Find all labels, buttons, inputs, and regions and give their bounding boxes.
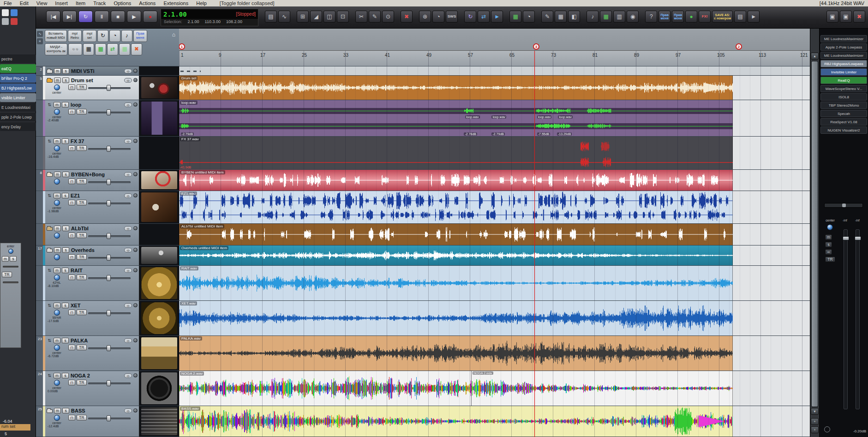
envelope-button[interactable]: ⊓: [68, 380, 75, 385]
mute-button[interactable]: m: [54, 373, 60, 378]
phase-button[interactable]: [824, 426, 830, 432]
lane-xet[interactable]: XET.wav: [179, 301, 810, 335]
tr-button[interactable]: TR: [77, 310, 87, 315]
master-icon[interactable]: ◉: [627, 11, 639, 23]
volume-slider-handle[interactable]: [107, 310, 111, 316]
lane-bass[interactable]: BASS.wav: [179, 406, 810, 437]
metronome-icon[interactable]: ◔: [523, 11, 535, 23]
pan-knob[interactable]: [54, 179, 60, 185]
volume-slider-handle[interactable]: [107, 146, 111, 152]
tr-button[interactable]: TR: [2, 272, 12, 277]
volume-slider[interactable]: [88, 415, 131, 421]
bg-fx-item-4-visible-limiter[interactable]: visible Limiter: [0, 93, 36, 102]
fx-item-1-apple-2-pole-lowpass[interactable]: Apple 2-Pole Lowpass: [820, 43, 867, 51]
solo-button[interactable]: s: [62, 408, 69, 413]
dock-window-icon[interactable]: ▣: [840, 11, 852, 23]
mute-button[interactable]: m: [2, 256, 9, 262]
lane-overheds[interactable]: Overheds untitled MIDI item: [179, 245, 810, 265]
rights-button-2[interactable]: Правменя: [672, 11, 684, 23]
menu-help[interactable]: Help: [196, 0, 207, 6]
midi-pencil-icon[interactable]: ✎: [541, 11, 553, 23]
fx-item-3-rbj-highpass-lowpass[interactable]: RBJ Highpass/Lowpass: [820, 60, 867, 67]
volume-slider[interactable]: [88, 179, 131, 185]
pan-knob[interactable]: [54, 84, 60, 90]
track-row-fx-37[interactable]: ⇅msFX 37-o-center-16.4dB⊓TRFX 37.wav-41.…: [36, 137, 810, 170]
track-row-noga-2[interactable]: 24⇅msNOGA 2-o-center0.00dB⊓TRNOGA 2.wavN…: [36, 371, 810, 406]
solo-button[interactable]: s: [62, 138, 69, 144]
track-row-midi-vsti[interactable]: 2msMIDI VSTi-o-: [36, 66, 810, 76]
automation-mode-button[interactable]: -o-: [124, 226, 132, 231]
menu-file[interactable]: File: [4, 0, 12, 6]
volume-slider[interactable]: [88, 345, 131, 351]
record-arm-button[interactable]: [133, 78, 138, 82]
fader-handle-right[interactable]: [855, 236, 861, 240]
fx-item-8-tbp-stereo2mono[interactable]: TBP Stereo2Mono: [820, 102, 867, 109]
fader-handle-left[interactable]: [843, 236, 849, 240]
master-tr-button[interactable]: TR: [825, 257, 835, 262]
lane-byben-bong[interactable]: BYBEN untitled MIDI item: [179, 170, 810, 191]
mute-button[interactable]: m: [54, 138, 60, 144]
fx-item-10-reaspect-v1-08[interactable]: ReaSpect V1.08: [820, 118, 867, 126]
template-retro-button[interactable]: mplRetro: [68, 30, 82, 42]
grid-c-icon[interactable]: ▦: [119, 43, 130, 55]
envelope-button[interactable]: ⊓: [68, 233, 75, 238]
pan-knob[interactable]: [54, 200, 60, 206]
pan-knob[interactable]: [8, 249, 13, 254]
fx-item-11-nugen-visualizer2[interactable]: NUGEN Visualizer2: [820, 126, 867, 134]
envelope-button[interactable]: ⊓: [68, 345, 75, 350]
folder-icon[interactable]: [47, 173, 53, 177]
clear-tool-icon[interactable]: ✖: [401, 11, 413, 23]
record-arm-button[interactable]: [133, 102, 138, 107]
tr-button[interactable]: TR: [77, 233, 87, 238]
pointer-icon[interactable]: ►: [748, 11, 760, 23]
volume-slider-handle[interactable]: [107, 345, 111, 351]
volume-slider-handle[interactable]: [107, 109, 111, 115]
menu-view[interactable]: View: [36, 0, 48, 6]
media-item-loop[interactable]: loop.wavloop.wavloop.wavloop.wavloop.wav…: [179, 100, 733, 136]
envelope-button[interactable]: ⊓: [68, 179, 75, 184]
timeline-ruler[interactable]: 191725334149576573818997105113121: [179, 51, 810, 66]
automation-mode-button[interactable]: -o-: [124, 373, 132, 378]
envelope-button[interactable]: ⊓: [68, 200, 75, 205]
folder-home-icon[interactable]: ⌂: [172, 31, 175, 38]
lane-loop[interactable]: loop.wavloop.wavloop.wavloop.wavloop.wav…: [179, 100, 810, 136]
envelope-button[interactable]: ⊓: [68, 84, 75, 90]
fade-tool-icon[interactable]: ◢: [310, 11, 322, 23]
automation-mode-button[interactable]: -o-: [124, 193, 132, 198]
fx-item-5-reaeq[interactable]: ReaEQ: [820, 77, 867, 84]
automation-mode-button[interactable]: -o-: [124, 303, 132, 308]
volume-slider-handle[interactable]: [107, 415, 111, 421]
bg-fx-item-0-pectre[interactable]: pectre: [0, 54, 36, 63]
track-row-albtbi[interactable]: msALbTbI-o-⊓TRALbTbI untitled MIDI item: [36, 224, 810, 245]
zoom-out-button[interactable]: +: [811, 426, 819, 433]
rights-button-1[interactable]: Правменя: [658, 11, 670, 23]
bg-fx-item-1-eaeq[interactable]: eaEQ: [0, 64, 36, 73]
lane-albtbi[interactable]: ALbTbI untitled MIDI item: [179, 224, 810, 245]
marker-2[interactable]: 2: [736, 43, 742, 50]
width-slider[interactable]: [824, 203, 863, 208]
pan-slider[interactable]: [3, 281, 18, 283]
bg-fx-item-7-ency-delay[interactable]: ency Delay: [0, 122, 36, 131]
pan-knob[interactable]: [54, 145, 60, 151]
note-icon[interactable]: ♪: [121, 30, 132, 42]
volume-slider-handle[interactable]: [107, 85, 111, 91]
master-solo-button[interactable]: s: [825, 242, 832, 247]
template-sel-button[interactable]: mplsel: [83, 30, 96, 42]
volume-slider[interactable]: [88, 85, 131, 91]
envelope-button[interactable]: ⊓: [68, 145, 75, 151]
automation-mode-button[interactable]: -o-: [124, 102, 132, 107]
solo-button[interactable]: s: [62, 102, 69, 108]
zoom-tool-icon[interactable]: ⊙: [382, 11, 394, 23]
piano-icon[interactable]: ♪: [587, 11, 599, 23]
record-arm-button[interactable]: [133, 408, 138, 413]
track-row-loop[interactable]: ⇅msloop-o-center-2.40dB⊓TRloop.wavloop.w…: [36, 100, 810, 137]
solo-button[interactable]: s: [62, 338, 69, 343]
trim-tool-icon[interactable]: ◫: [323, 11, 335, 23]
envelope-button[interactable]: ⊓: [68, 415, 75, 420]
mute-button[interactable]: m: [54, 226, 61, 231]
record-arm-button[interactable]: [133, 338, 138, 342]
volume-slider[interactable]: [88, 233, 131, 239]
marquee-tool-icon[interactable]: ⊡: [337, 11, 349, 23]
pan-knob[interactable]: [54, 380, 60, 386]
follow-icon[interactable]: ►: [491, 11, 503, 23]
